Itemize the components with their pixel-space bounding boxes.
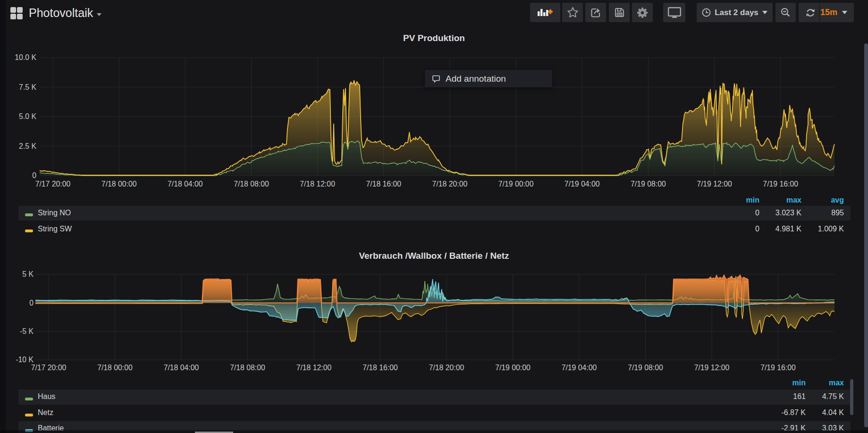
svg-text:2.5 K: 2.5 K bbox=[19, 142, 36, 150]
svg-text:7/19 00:00: 7/19 00:00 bbox=[495, 364, 531, 372]
svg-text:7/17 20:00: 7/17 20:00 bbox=[35, 180, 71, 188]
svg-text:7/18 08:00: 7/18 08:00 bbox=[234, 180, 269, 188]
svg-text:7/19 04:00: 7/19 04:00 bbox=[562, 364, 597, 372]
svg-text:7/18 00:00: 7/18 00:00 bbox=[101, 180, 137, 188]
svg-text:7/19 00:00: 7/19 00:00 bbox=[498, 180, 534, 188]
svg-text:7/18 12:00: 7/18 12:00 bbox=[296, 364, 332, 372]
svg-text:7/18 20:00: 7/18 20:00 bbox=[432, 180, 468, 188]
svg-text:5 K: 5 K bbox=[22, 270, 34, 278]
svg-text:7/19 04:00: 7/19 04:00 bbox=[565, 180, 600, 188]
svg-text:7/18 04:00: 7/18 04:00 bbox=[168, 180, 203, 188]
svg-text:0: 0 bbox=[29, 299, 34, 307]
svg-text:7.5 K: 7.5 K bbox=[19, 83, 36, 91]
svg-text:7/18 08:00: 7/18 08:00 bbox=[230, 364, 265, 372]
svg-text:7/19 08:00: 7/19 08:00 bbox=[628, 364, 663, 372]
svg-text:10.0 K: 10.0 K bbox=[15, 53, 36, 61]
svg-text:7/19 12:00: 7/19 12:00 bbox=[697, 180, 732, 188]
svg-text:7/18 20:00: 7/18 20:00 bbox=[429, 364, 464, 372]
svg-text:7/19 08:00: 7/19 08:00 bbox=[631, 180, 666, 188]
svg-text:7/19 12:00: 7/19 12:00 bbox=[694, 364, 730, 372]
svg-text:7/18 04:00: 7/18 04:00 bbox=[164, 364, 199, 372]
svg-text:7/18 16:00: 7/18 16:00 bbox=[366, 180, 401, 188]
svg-text:-5 K: -5 K bbox=[20, 327, 34, 335]
svg-text:7/19 16:00: 7/19 16:00 bbox=[763, 180, 798, 188]
svg-text:7/19 16:00: 7/19 16:00 bbox=[760, 364, 796, 372]
svg-text:-10 K: -10 K bbox=[16, 356, 34, 364]
svg-text:5.0 K: 5.0 K bbox=[19, 112, 36, 120]
svg-text:7/18 00:00: 7/18 00:00 bbox=[97, 364, 133, 372]
svg-text:7/18 16:00: 7/18 16:00 bbox=[362, 364, 398, 372]
svg-text:7/18 12:00: 7/18 12:00 bbox=[300, 180, 335, 188]
svg-text:0: 0 bbox=[32, 171, 36, 179]
svg-text:7/17 20:00: 7/17 20:00 bbox=[31, 364, 67, 372]
